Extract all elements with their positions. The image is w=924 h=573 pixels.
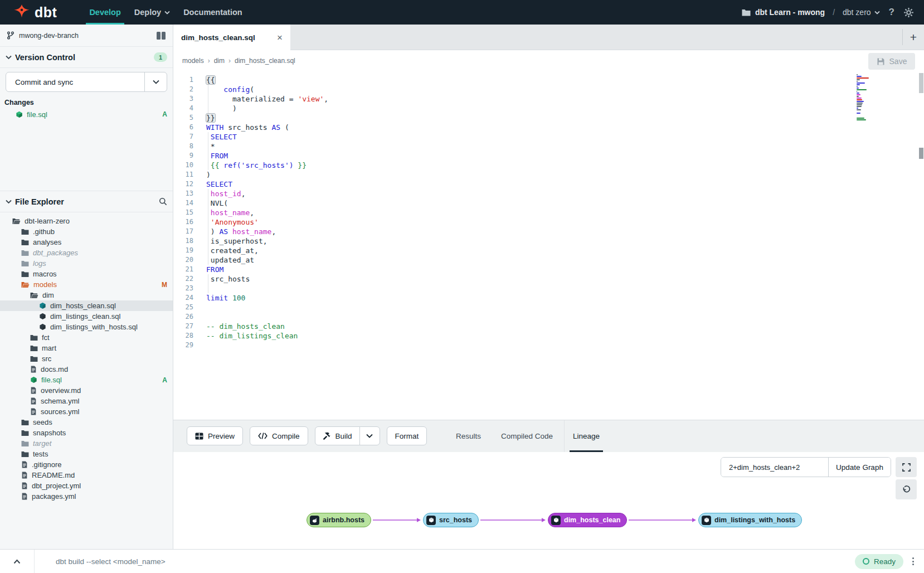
tree-item[interactable]: docs.md [0, 364, 173, 375]
fullscreen-button[interactable] [896, 457, 917, 477]
lineage-node-airbnb-hosts[interactable]: airbnb.hosts [307, 513, 371, 527]
gear-icon[interactable] [903, 7, 914, 18]
chevron-up-icon[interactable] [0, 550, 35, 573]
code-line[interactable]: -- dim_hosts_clean [206, 322, 852, 331]
code-line[interactable]: NVL( [206, 198, 852, 208]
code-line[interactable]: WITH src_hosts AS ( [206, 123, 852, 132]
tree-item[interactable]: .github [0, 226, 173, 237]
tree-item[interactable]: packages.yml [0, 491, 173, 502]
code-line[interactable]: config( [206, 85, 852, 94]
preview-button[interactable]: Preview [187, 426, 243, 445]
code-line[interactable]: materialized = 'view', [206, 94, 852, 104]
save-button[interactable]: Save [868, 53, 915, 70]
kebab-menu-icon[interactable] [912, 557, 914, 565]
code-line[interactable]: updated_at [206, 255, 852, 265]
code-line[interactable]: host_name, [206, 208, 852, 217]
code-line[interactable]: SELECT [206, 132, 852, 142]
code-line[interactable]: {{ ref('src_hosts') }} [206, 161, 852, 170]
tree-item[interactable]: dim [0, 290, 173, 300]
tree-item[interactable]: modelsM [0, 279, 173, 290]
tree-item[interactable]: schema.yml [0, 396, 173, 406]
tree-item[interactable]: fct [0, 332, 173, 343]
nav-item-documentation[interactable]: Documentation [177, 0, 249, 25]
tree-item[interactable]: seeds [0, 417, 173, 428]
breadcrumb-models[interactable]: models [182, 57, 204, 65]
tree-item[interactable]: dim_listings_with_hosts.sql [0, 322, 173, 332]
command-input[interactable]: dbt build --select <model_name> [56, 557, 855, 566]
tab-lineage[interactable]: Lineage [570, 420, 603, 452]
tree-item[interactable]: dim_listings_clean.sql [0, 311, 173, 322]
code-line[interactable]: * [206, 142, 852, 151]
tree-item[interactable]: mart [0, 343, 173, 353]
version-control-header[interactable]: Version Control 1 [0, 47, 173, 68]
tab-dim-hosts-clean[interactable]: dim_hosts_clean.sql × [173, 25, 290, 51]
code-line[interactable]: host_id, [206, 189, 852, 198]
code-line[interactable]: {{ [206, 75, 852, 85]
tree-item[interactable]: macros [0, 269, 173, 279]
code-line[interactable]: ) AS host_name, [206, 227, 852, 236]
commit-and-sync-button[interactable]: Commit and sync [6, 72, 167, 92]
nav-item-deploy[interactable]: Deploy [128, 0, 177, 25]
lineage-node-dim-hosts-clean[interactable]: dim_hosts_clean [548, 513, 627, 527]
tab-compiled-code[interactable]: Compiled Code [498, 420, 556, 452]
tab-results[interactable]: Results [453, 420, 484, 452]
tree-item[interactable]: analyses [0, 237, 173, 247]
code-line[interactable] [206, 303, 852, 312]
minimap[interactable] [857, 74, 871, 123]
commit-options-caret[interactable] [144, 72, 167, 91]
code-editor[interactable]: 1234567891011121314151617181920212223242… [173, 71, 924, 420]
lineage-node-dim-listings-with-hosts[interactable]: dim_listings_with_hosts [698, 513, 802, 527]
code-line[interactable]: 'Anonymous' [206, 217, 852, 227]
search-icon[interactable] [159, 197, 167, 206]
code-line[interactable]: FROM [206, 151, 852, 161]
lineage-canvas[interactable]: Update Graph airbnb.hostssrc_hostsdim_ho… [173, 452, 924, 549]
dbt-logo[interactable]: dbt [13, 4, 57, 21]
changed-file-row[interactable]: file.sql A [0, 109, 173, 120]
file-explorer-header[interactable]: File Explorer [0, 191, 173, 212]
tree-item[interactable]: tests [0, 449, 173, 459]
code-content[interactable]: {{ config( materialized = 'view', )}}WIT… [206, 75, 852, 350]
tree-item[interactable]: dim_hosts_clean.sql [0, 300, 173, 311]
code-line[interactable]: }} [206, 113, 852, 123]
tree-item[interactable]: dbt_project.yml [0, 480, 173, 491]
code-line[interactable] [206, 341, 852, 350]
update-graph-button[interactable]: Update Graph [828, 458, 891, 477]
tree-item[interactable]: overview.md [0, 385, 173, 396]
code-line[interactable]: is_superhost, [206, 236, 852, 246]
tree-item[interactable]: sources.yml [0, 406, 173, 417]
format-button[interactable]: Format [387, 426, 427, 445]
code-line[interactable]: src_hosts [206, 274, 852, 284]
code-line[interactable]: ) [206, 170, 852, 179]
tree-item[interactable]: target [0, 438, 173, 449]
reset-view-button[interactable] [896, 479, 917, 499]
code-line[interactable]: FROM [206, 265, 852, 274]
project-selector[interactable]: dbt Learn - mwong [742, 8, 825, 17]
scrollbar-thumb[interactable] [919, 73, 923, 93]
code-line[interactable]: SELECT [206, 179, 852, 189]
breadcrumb-file[interactable]: dim_hosts_clean.sql [235, 57, 295, 65]
code-line[interactable]: created_at, [206, 246, 852, 255]
lineage-selector-input[interactable] [721, 458, 828, 477]
tree-item[interactable]: logs [0, 258, 173, 269]
code-line[interactable]: limit 100 [206, 293, 852, 303]
tree-item[interactable]: README.md [0, 470, 173, 480]
code-line[interactable]: ) [206, 104, 852, 113]
lineage-node-src-hosts[interactable]: src_hosts [423, 513, 479, 527]
compile-button[interactable]: Compile [250, 426, 308, 445]
code-line[interactable]: -- dim_listings_clean [206, 331, 852, 341]
tree-item[interactable]: .gitignore [0, 459, 173, 470]
nav-item-develop[interactable]: Develop [82, 0, 127, 25]
code-line[interactable] [206, 312, 852, 322]
build-button[interactable]: Build [315, 427, 359, 445]
breadcrumb-dim[interactable]: dim [214, 57, 225, 65]
editor-scrollbar[interactable] [919, 71, 923, 420]
help-icon[interactable]: ? [888, 7, 896, 18]
panels-icon[interactable] [157, 32, 166, 40]
close-icon[interactable]: × [277, 33, 283, 42]
tree-item[interactable]: dbt-learn-zero [0, 216, 173, 226]
build-options-caret[interactable] [359, 427, 380, 445]
new-tab-button[interactable]: + [906, 31, 921, 44]
code-line[interactable] [206, 284, 852, 293]
tree-item[interactable]: src [0, 353, 173, 364]
environment-selector[interactable]: dbt zero [843, 8, 880, 17]
